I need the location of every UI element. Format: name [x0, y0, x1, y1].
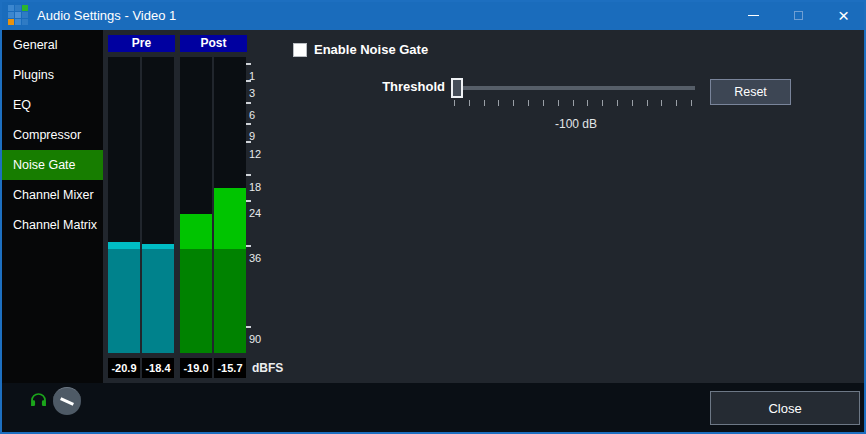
- audio-level-meters: Pre Post dBFS -20.9-18.4-19.0-15.7136912…: [108, 33, 293, 383]
- meter-value-post-right: -15.7: [214, 358, 246, 378]
- titlebar[interactable]: Audio Settings - Video 1 ×: [0, 0, 866, 30]
- close-icon: ×: [838, 6, 849, 25]
- reset-button[interactable]: Reset: [710, 79, 791, 105]
- meter-scale-6: 6: [249, 105, 255, 123]
- meter-scale-24: 24: [249, 203, 261, 221]
- close-button[interactable]: Close: [710, 391, 860, 425]
- threshold-slider-track[interactable]: [453, 86, 695, 90]
- footer-bar: Close: [2, 383, 864, 432]
- sidebar-item-channel-matrix[interactable]: Channel Matrix: [2, 210, 103, 240]
- meter-value-post-left: -19.0: [180, 358, 212, 378]
- meter-group-label-post: Post: [180, 35, 247, 52]
- monitor-volume-knob[interactable]: [53, 387, 81, 415]
- threshold-slider-ticks: [454, 100, 692, 106]
- meter-bar-pre-left: [108, 57, 140, 353]
- close-window-button[interactable]: ×: [821, 0, 866, 30]
- maximize-button[interactable]: [776, 0, 821, 30]
- meter-scale-90: 90: [249, 329, 261, 347]
- meter-scale-3: 3: [249, 83, 255, 101]
- threshold-slider-thumb[interactable]: [451, 78, 463, 98]
- headphones-icon[interactable]: [28, 391, 49, 412]
- knob-pointer-icon: [60, 397, 74, 406]
- threshold-label: Threshold: [342, 79, 445, 94]
- audio-settings-window: Audio Settings - Video 1 × GeneralPlugin…: [0, 0, 866, 434]
- minimize-button[interactable]: [731, 0, 776, 30]
- meter-group-label-pre: Pre: [108, 35, 175, 52]
- enable-noise-gate-row: Enable Noise Gate: [293, 42, 428, 57]
- meter-value-pre-left: -20.9: [108, 358, 140, 378]
- enable-noise-gate-label: Enable Noise Gate: [314, 42, 428, 57]
- sidebar-item-general[interactable]: General: [2, 30, 103, 60]
- meter-bar-pre-right: [142, 57, 174, 353]
- sidebar-item-noise-gate[interactable]: Noise Gate: [2, 150, 103, 180]
- meter-value-pre-right: -18.4: [142, 358, 174, 378]
- meter-scale-18: 18: [249, 177, 261, 195]
- window-controls: ×: [731, 0, 866, 30]
- sidebar: GeneralPluginsEQCompressorNoise GateChan…: [2, 30, 103, 383]
- minimize-icon: [748, 15, 759, 16]
- maximize-icon: [794, 11, 803, 20]
- meter-unit-label: dBFS: [252, 358, 283, 378]
- sidebar-item-eq[interactable]: EQ: [2, 90, 103, 120]
- sidebar-item-plugins[interactable]: Plugins: [2, 60, 103, 90]
- threshold-value: -100 dB: [496, 117, 656, 131]
- meter-scale-12: 12: [249, 144, 261, 162]
- meter-bar-post-left: [180, 57, 212, 353]
- window-title: Audio Settings - Video 1: [37, 8, 731, 23]
- enable-noise-gate-checkbox[interactable]: [293, 43, 307, 57]
- meter-bar-post-right: [214, 57, 246, 353]
- sidebar-item-channel-mixer[interactable]: Channel Mixer: [2, 180, 103, 210]
- sidebar-item-compressor[interactable]: Compressor: [2, 120, 103, 150]
- app-icon: [7, 4, 29, 26]
- meter-scale-36: 36: [249, 248, 261, 266]
